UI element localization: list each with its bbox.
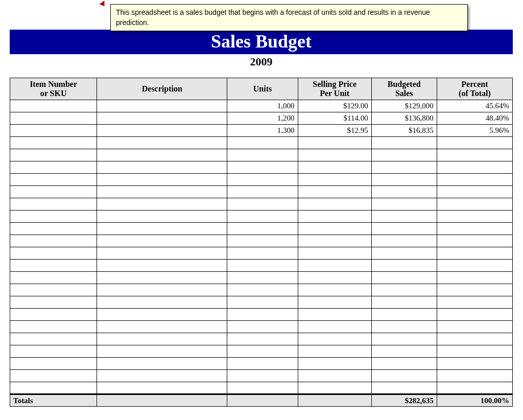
cell-sales[interactable] xyxy=(371,333,437,345)
cell-price[interactable]: $129.00 xyxy=(298,100,371,112)
cell-price[interactable] xyxy=(298,321,371,333)
col-header-sales[interactable]: Budgeted Sales xyxy=(371,78,437,100)
cell-sales[interactable] xyxy=(371,198,437,211)
cell-description[interactable] xyxy=(97,112,227,125)
cell-description[interactable] xyxy=(97,186,227,198)
cell-sku[interactable] xyxy=(10,247,97,260)
cell-description[interactable] xyxy=(97,309,227,321)
cell-description[interactable] xyxy=(97,137,227,149)
col-header-sku[interactable]: Item Number or SKU xyxy=(10,78,97,100)
cell-units[interactable] xyxy=(227,321,298,333)
cell-price[interactable] xyxy=(298,161,371,174)
cell-sales[interactable] xyxy=(371,247,437,260)
cell-sku[interactable] xyxy=(10,161,97,174)
cell-price[interactable] xyxy=(298,174,371,186)
cell-percent[interactable] xyxy=(437,198,512,211)
cell-description[interactable] xyxy=(97,321,227,333)
cell-sales[interactable] xyxy=(371,296,437,309)
cell-sku[interactable] xyxy=(10,309,97,321)
cell-percent[interactable] xyxy=(437,321,512,333)
cell-sku[interactable] xyxy=(10,358,97,370)
cell-sales[interactable] xyxy=(371,235,437,247)
col-header-units[interactable]: Units xyxy=(227,78,298,100)
cell-units[interactable] xyxy=(227,370,298,382)
cell-sales[interactable] xyxy=(371,358,437,370)
cell-price[interactable] xyxy=(298,149,371,161)
cell-units[interactable] xyxy=(227,272,298,284)
cell-percent[interactable] xyxy=(437,174,512,186)
cell-sku[interactable] xyxy=(10,260,97,272)
cell-description[interactable] xyxy=(97,198,227,211)
cell-percent[interactable] xyxy=(437,358,512,370)
totals-sales-value[interactable]: $282,635 xyxy=(371,394,437,407)
cell-sku[interactable] xyxy=(10,284,97,296)
cell-sku[interactable] xyxy=(10,235,97,247)
cell-units[interactable] xyxy=(227,161,298,174)
cell-sku[interactable] xyxy=(10,370,97,382)
cell-description[interactable] xyxy=(97,260,227,272)
cell-sku[interactable] xyxy=(10,149,97,161)
cell-units[interactable] xyxy=(227,309,298,321)
cell-sku[interactable] xyxy=(10,174,97,186)
cell-units[interactable] xyxy=(227,260,298,272)
cell-percent[interactable]: 45.64% xyxy=(437,100,512,112)
cell-percent[interactable] xyxy=(437,309,512,321)
cell-percent[interactable] xyxy=(437,149,512,161)
cell-description[interactable] xyxy=(97,247,227,260)
cell-percent[interactable] xyxy=(437,211,512,223)
cell-sales[interactable] xyxy=(371,321,437,333)
cell-units[interactable] xyxy=(227,223,298,235)
cell-description[interactable] xyxy=(97,333,227,345)
cell-sales[interactable] xyxy=(371,174,437,186)
cell-percent[interactable] xyxy=(437,137,512,149)
cell-units[interactable] xyxy=(227,358,298,370)
cell-sales[interactable] xyxy=(371,223,437,235)
cell-sku[interactable] xyxy=(10,186,97,198)
col-header-price[interactable]: Selling Price Per Unit xyxy=(298,78,371,100)
cell-sku[interactable] xyxy=(10,198,97,211)
cell-units[interactable] xyxy=(227,247,298,260)
cell-description[interactable] xyxy=(97,235,227,247)
cell-sku[interactable] xyxy=(10,125,97,137)
cell-price[interactable] xyxy=(298,247,371,260)
cell-percent[interactable] xyxy=(437,235,512,247)
cell-sku[interactable] xyxy=(10,333,97,345)
cell-description[interactable] xyxy=(97,296,227,309)
cell-sku[interactable] xyxy=(10,382,97,394)
cell-sku[interactable] xyxy=(10,345,97,358)
cell-price[interactable] xyxy=(298,211,371,223)
cell-units[interactable] xyxy=(227,137,298,149)
cell-price[interactable] xyxy=(298,370,371,382)
cell-units[interactable] xyxy=(227,186,298,198)
cell-units[interactable]: 1,000 xyxy=(227,100,298,112)
cell-units[interactable] xyxy=(227,211,298,223)
totals-description-cell[interactable] xyxy=(97,394,227,407)
cell-percent[interactable] xyxy=(437,247,512,260)
cell-percent[interactable] xyxy=(437,161,512,174)
totals-label[interactable]: Totals xyxy=(10,394,97,407)
cell-sales[interactable] xyxy=(371,186,437,198)
cell-sku[interactable] xyxy=(10,296,97,309)
cell-sku[interactable] xyxy=(10,137,97,149)
cell-sales[interactable] xyxy=(371,272,437,284)
cell-percent[interactable]: 5.96% xyxy=(437,125,512,137)
cell-sales[interactable] xyxy=(371,211,437,223)
cell-percent[interactable] xyxy=(437,296,512,309)
cell-sku[interactable] xyxy=(10,272,97,284)
cell-description[interactable] xyxy=(97,100,227,112)
cell-sales[interactable]: $16,835 xyxy=(371,125,437,137)
cell-sales[interactable] xyxy=(371,382,437,394)
cell-description[interactable] xyxy=(97,211,227,223)
cell-sales[interactable]: $129,000 xyxy=(371,100,437,112)
cell-description[interactable] xyxy=(97,125,227,137)
cell-description[interactable] xyxy=(97,223,227,235)
cell-price[interactable] xyxy=(298,296,371,309)
cell-price[interactable]: $114.00 xyxy=(298,112,371,125)
cell-price[interactable] xyxy=(298,272,371,284)
cell-sales[interactable]: $136,800 xyxy=(371,112,437,125)
cell-units[interactable]: 1,200 xyxy=(227,112,298,125)
cell-description[interactable] xyxy=(97,161,227,174)
cell-price[interactable] xyxy=(298,382,371,394)
cell-percent[interactable] xyxy=(437,382,512,394)
cell-price[interactable] xyxy=(298,260,371,272)
